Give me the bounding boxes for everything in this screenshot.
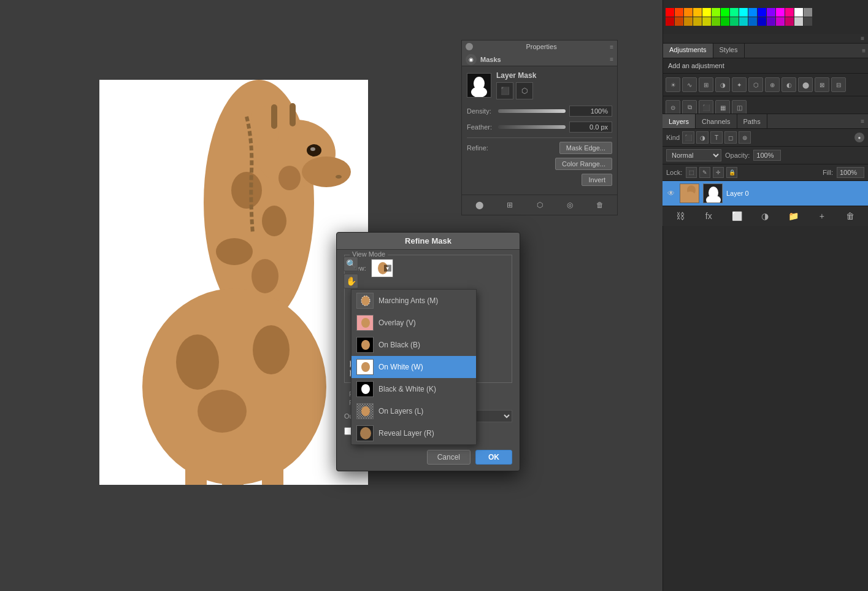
cancel-button[interactable]: Cancel bbox=[427, 450, 470, 465]
color-swatch[interactable] bbox=[730, 17, 739, 26]
color-swatch[interactable] bbox=[785, 8, 794, 17]
apply-mask-icon[interactable]: ⬤ bbox=[472, 198, 487, 212]
properties-options[interactable]: ≡ bbox=[610, 44, 613, 50]
view-option-overlay[interactable]: Overlay (V) bbox=[351, 312, 476, 334]
adj-selective-color-icon[interactable]: ◫ bbox=[732, 100, 747, 115]
color-swatch[interactable] bbox=[776, 8, 785, 17]
color-swatch[interactable] bbox=[712, 17, 720, 26]
color-swatch[interactable] bbox=[693, 17, 702, 26]
color-swatch[interactable] bbox=[739, 8, 748, 17]
color-swatch[interactable] bbox=[776, 17, 785, 26]
color-swatch[interactable] bbox=[748, 17, 757, 26]
lock-transparent-icon[interactable]: ⬚ bbox=[686, 167, 697, 178]
filter-type-icon[interactable]: T bbox=[710, 131, 723, 144]
opacity-input[interactable] bbox=[753, 150, 781, 161]
tab-channels[interactable]: Channels bbox=[696, 114, 737, 128]
tab-paths[interactable]: Paths bbox=[737, 114, 767, 128]
adj-bw-icon[interactable]: ◐ bbox=[782, 77, 796, 92]
view-option-reveal-layer[interactable]: Reveal Layer (R) bbox=[351, 422, 476, 444]
filter-smart-icon[interactable]: ⊛ bbox=[739, 131, 751, 144]
color-swatch[interactable] bbox=[684, 17, 693, 26]
disable-mask-icon[interactable]: ◎ bbox=[563, 198, 577, 212]
adj-gradient-map-icon[interactable]: ▦ bbox=[715, 100, 730, 115]
color-swatch[interactable] bbox=[785, 17, 794, 26]
color-swatch[interactable] bbox=[730, 8, 739, 17]
link-layers-btn[interactable]: ⛓ bbox=[673, 209, 688, 223]
tab-adjustments[interactable]: Adjustments bbox=[663, 44, 713, 58]
hand-tool-icon[interactable]: ✋ bbox=[344, 274, 358, 288]
color-swatch[interactable] bbox=[684, 8, 693, 17]
color-swatch[interactable] bbox=[804, 17, 812, 26]
color-swatch[interactable] bbox=[748, 8, 757, 17]
adj-hsl-icon[interactable]: ⬡ bbox=[748, 77, 763, 92]
add-style-btn[interactable]: fx bbox=[701, 209, 716, 223]
layer-row[interactable]: 👁 Layer 0 bbox=[663, 181, 868, 206]
vector-mask-btn[interactable]: ⬡ bbox=[516, 82, 533, 99]
lock-position-icon[interactable]: ✛ bbox=[713, 167, 724, 178]
adj-channel-mixer-icon[interactable]: ⊠ bbox=[815, 77, 829, 92]
pixel-mask-btn[interactable]: ⬛ bbox=[496, 82, 513, 99]
mask-from-selection-icon[interactable]: ⊞ bbox=[502, 198, 517, 212]
properties-close[interactable] bbox=[466, 43, 473, 50]
color-swatch[interactable] bbox=[767, 8, 775, 17]
view-thumbnail[interactable]: ▼ bbox=[371, 259, 393, 277]
filter-toggle[interactable]: ● bbox=[855, 133, 864, 142]
color-swatch[interactable] bbox=[794, 17, 803, 26]
filter-adjustment-icon[interactable]: ◑ bbox=[696, 131, 709, 144]
color-swatch[interactable] bbox=[758, 8, 766, 17]
view-option-on-white[interactable]: On White (W) bbox=[351, 356, 476, 378]
adj-threshold-icon[interactable]: ⬛ bbox=[699, 100, 713, 115]
color-swatch[interactable] bbox=[666, 8, 674, 17]
view-option-on-black[interactable]: On Black (B) bbox=[351, 334, 476, 356]
color-swatch[interactable] bbox=[675, 8, 683, 17]
color-swatch[interactable] bbox=[767, 17, 775, 26]
fill-input[interactable] bbox=[837, 167, 864, 178]
adj-exposure-icon[interactable]: ◑ bbox=[715, 77, 730, 92]
adj-invert-icon[interactable]: ⊝ bbox=[666, 100, 680, 115]
color-swatch[interactable] bbox=[794, 8, 803, 17]
adj-curves-icon[interactable]: ∿ bbox=[682, 77, 697, 92]
feather-slider[interactable] bbox=[498, 125, 566, 129]
color-swatch[interactable] bbox=[804, 8, 812, 17]
panel-options-btn[interactable]: ≡ bbox=[861, 35, 864, 42]
view-option-marching-ants[interactable]: Marching Ants (M) bbox=[351, 290, 476, 312]
view-option-on-layers[interactable]: On Layers (L) bbox=[351, 400, 476, 422]
masks-options[interactable]: ≡ bbox=[610, 56, 613, 63]
color-swatch[interactable] bbox=[721, 8, 729, 17]
delete-mask-icon[interactable]: 🗑 bbox=[593, 198, 607, 212]
adj-color-lookup-icon[interactable]: ⊟ bbox=[831, 77, 846, 92]
color-swatch[interactable] bbox=[721, 17, 729, 26]
color-swatch[interactable] bbox=[702, 8, 711, 17]
color-swatch[interactable] bbox=[712, 8, 720, 17]
layers-panel-options[interactable]: ≡ bbox=[857, 118, 868, 125]
color-swatch[interactable] bbox=[675, 17, 683, 26]
filter-pixel-icon[interactable]: ⬛ bbox=[682, 131, 694, 144]
adj-brightness-icon[interactable]: ☀ bbox=[666, 77, 680, 92]
invert-btn[interactable]: Invert bbox=[582, 174, 612, 186]
view-option-black-white[interactable]: Black & White (K) bbox=[351, 378, 476, 400]
view-dropdown-arrow[interactable]: ▼ bbox=[384, 265, 391, 272]
filter-shape-icon[interactable]: ◻ bbox=[724, 131, 737, 144]
color-swatch[interactable] bbox=[758, 17, 766, 26]
adj-levels-icon[interactable]: ⊞ bbox=[699, 77, 713, 92]
adj-color-balance-icon[interactable]: ⊕ bbox=[765, 77, 780, 92]
tab-layers[interactable]: Layers bbox=[663, 114, 696, 128]
adj-vibrance-icon[interactable]: ✦ bbox=[732, 77, 747, 92]
lock-image-icon[interactable]: ✎ bbox=[699, 167, 710, 178]
blend-mode-select[interactable]: Normal Multiply Screen bbox=[666, 149, 721, 161]
new-adjustment-btn[interactable]: ◑ bbox=[758, 209, 772, 223]
lock-all-icon[interactable]: 🔒 bbox=[726, 167, 737, 178]
panel-options-btn2[interactable]: ≡ bbox=[859, 44, 868, 58]
new-group-btn[interactable]: 📁 bbox=[786, 209, 801, 223]
selection-from-mask-icon[interactable]: ⬡ bbox=[532, 198, 547, 212]
color-swatch[interactable] bbox=[702, 17, 711, 26]
color-swatch[interactable] bbox=[666, 17, 674, 26]
color-range-btn[interactable]: Color Range... bbox=[555, 158, 612, 170]
magnify-tool-icon[interactable]: 🔍 bbox=[344, 257, 358, 271]
add-mask-btn[interactable]: ⬜ bbox=[729, 209, 744, 223]
density-slider[interactable] bbox=[498, 109, 566, 113]
adj-photo-filter-icon[interactable]: ⬤ bbox=[798, 77, 813, 92]
ok-button[interactable]: OK bbox=[475, 450, 512, 465]
new-layer-btn[interactable]: + bbox=[815, 209, 829, 223]
delete-layer-btn[interactable]: 🗑 bbox=[843, 209, 858, 223]
